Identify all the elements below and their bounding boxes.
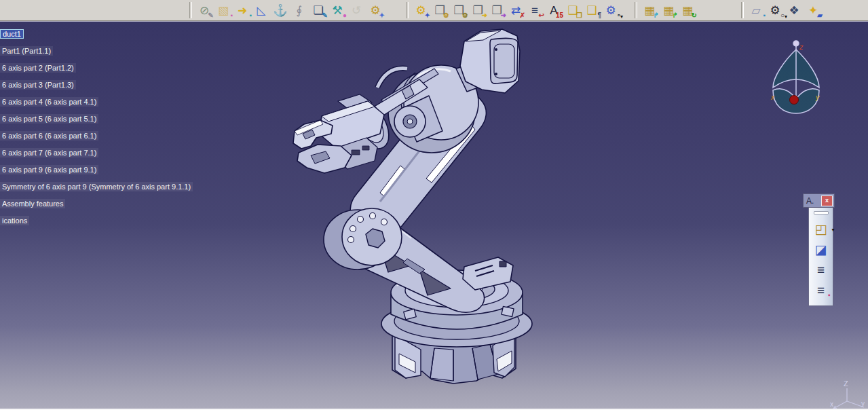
triad-z-label: Z xyxy=(844,379,848,388)
tree-item-10[interactable]: Assembly features xyxy=(0,195,193,212)
tree-item-label[interactable]: 6 axis part 3 (Part1.3) xyxy=(0,80,76,90)
tree-expand-selected-icon-accent: ▪ xyxy=(828,292,831,299)
axis-triad: Z x y xyxy=(829,379,868,410)
tree-expand-selected-icon[interactable]: ≡▪ xyxy=(812,280,830,300)
drag-handle[interactable] xyxy=(814,211,829,215)
tree-item-label[interactable]: Symmetry of 6 axis part 9 (Symmetry of 6… xyxy=(0,182,193,191)
tree-item-7[interactable]: 6 axis part 7 (6 axis part 7.1) xyxy=(0,144,193,161)
tree-item-label[interactable]: 6 axis part 7 (6 axis part 7.1) xyxy=(0,148,98,157)
floating-toolbar-body: ◰▾◪≡≡▪ xyxy=(808,208,833,306)
open-box-icon[interactable]: ◰▾ xyxy=(812,219,830,239)
compass-z-label: z xyxy=(799,43,804,51)
tree-item-8[interactable]: 6 axis part 9 (6 axis part 9.1) xyxy=(0,161,193,178)
robot-wrist-block[interactable] xyxy=(456,29,520,93)
catia-window: ⊘✎▧▪➜▪◺⚓∮❏✎⚒●↺⚙✦⚙✦❐⚙❐⚙❐➜❐➜⇄✗≡↩A15❑❒❑¶⚙ⁿ▾… xyxy=(0,0,868,410)
triad-x-label: x xyxy=(830,400,833,408)
tree-item-11[interactable]: ications xyxy=(0,212,193,229)
viewport-3d[interactable]: z x y Z x y duct1Part1 (Part1.1)6 axis p… xyxy=(0,21,868,410)
tree-item-label[interactable]: Assembly features xyxy=(0,199,65,208)
tree-item-6[interactable]: 6 axis part 6 (6 axis part 6.1) xyxy=(0,127,193,144)
view-compass[interactable]: z x y xyxy=(764,39,829,119)
floating-toolbar-title: A. xyxy=(806,196,814,206)
floating-toolbar: A. x ◰▾◪≡≡▪ xyxy=(803,193,835,306)
tree-item-5[interactable]: 6 axis part 5 (6 axis part 5.1) xyxy=(0,110,193,127)
tree-item-label[interactable]: 6 axis part 5 (6 axis part 5.1) xyxy=(0,114,98,124)
tree-expand-icon-glyph: ≡ xyxy=(817,263,825,276)
tree-item-1[interactable]: Part1 (Part1.1) xyxy=(0,42,193,59)
dashed-box-icon-glyph: ◪ xyxy=(815,243,827,256)
tree-item-label[interactable]: 6 axis part 9 (6 axis part 9.1) xyxy=(0,165,98,174)
close-icon[interactable]: x xyxy=(821,195,833,206)
tree-item-label[interactable]: ications xyxy=(0,216,29,225)
tree-item-9[interactable]: Symmetry of 6 axis part 9 (Symmetry of 6… xyxy=(0,178,193,195)
floating-toolbar-icons: ◰▾◪≡≡▪ xyxy=(809,219,833,300)
compass-y-label: y xyxy=(815,93,820,101)
dashed-box-icon[interactable]: ◪ xyxy=(812,239,830,259)
tree-item-4[interactable]: 6 axis part 4 (6 axis part 4.1) xyxy=(0,93,193,110)
open-box-icon-dropdown[interactable]: ▾ xyxy=(831,227,834,233)
tree-item-3[interactable]: 6 axis part 3 (Part1.3) xyxy=(0,76,193,93)
tree-item-label[interactable]: 6 axis part 6 (6 axis part 6.1) xyxy=(0,131,98,141)
tree-expand-selected-icon-glyph: ≡ xyxy=(817,284,825,297)
triad-y-label: y xyxy=(861,400,865,407)
tree-item-2[interactable]: 6 axis part 2 (Part1.2) xyxy=(0,59,193,76)
tree-expand-icon[interactable]: ≡ xyxy=(812,259,830,280)
compass-x-label: x xyxy=(770,93,775,101)
open-box-icon-glyph: ◰ xyxy=(815,223,827,236)
tree-item-0[interactable]: duct1 xyxy=(0,25,193,42)
tree-item-label[interactable]: duct1 xyxy=(0,29,24,39)
compass-origin-dot[interactable] xyxy=(790,96,799,105)
tree-item-label[interactable]: 6 axis part 4 (6 axis part 4.1) xyxy=(0,97,98,107)
tree-item-label[interactable]: Part1 (Part1.1) xyxy=(0,46,53,56)
floating-toolbar-titlebar[interactable]: A. x xyxy=(803,193,835,208)
specification-tree: duct1Part1 (Part1.1)6 axis part 2 (Part1… xyxy=(0,25,193,229)
tree-item-label[interactable]: 6 axis part 2 (Part1.2) xyxy=(0,63,76,73)
